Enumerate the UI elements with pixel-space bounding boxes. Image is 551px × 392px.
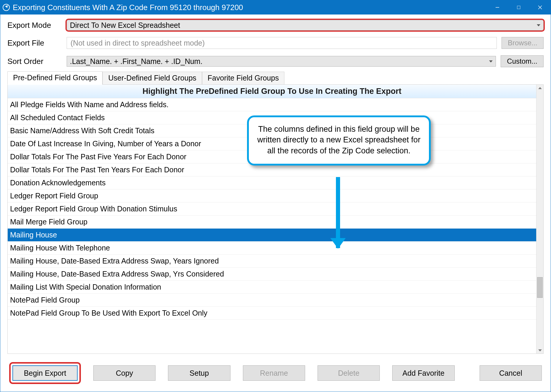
setup-button[interactable]: Setup — [168, 365, 230, 381]
export-file-placeholder: (Not used in direct to spreadsheet mode) — [71, 39, 205, 47]
add-favorite-button[interactable]: Add Favorite — [392, 365, 454, 381]
list-item[interactable]: Mailing List With Special Donation Infor… — [8, 281, 536, 294]
export-file-input[interactable]: (Not used in direct to spreadsheet mode) — [67, 37, 497, 49]
list-item[interactable]: Mailing House, Date-Based Extra Address … — [8, 268, 536, 281]
list-item[interactable]: Mailing House, Date-Based Extra Address … — [8, 255, 536, 268]
tabs-area: Pre-Defined Field Groups User-Defined Fi… — [7, 72, 544, 354]
list-item[interactable]: Mailing House With Telephone — [8, 242, 536, 255]
maximize-button[interactable] — [508, 0, 529, 15]
scroll-down-icon[interactable] — [536, 347, 543, 354]
tab-userdefined[interactable]: User-Defined Field Groups — [102, 72, 202, 85]
list-item[interactable]: NotePad Field Group To Be Used With Expo… — [8, 307, 536, 320]
list-item[interactable]: Donation Acknowledgements — [8, 176, 536, 189]
minimize-button[interactable] — [487, 0, 508, 15]
help-callout: The columns defined in this field group … — [247, 115, 431, 166]
window-title: Exporting Constituents With A Zip Code F… — [13, 3, 243, 12]
delete-button[interactable]: Delete — [318, 365, 380, 381]
tab-favorite[interactable]: Favorite Field Groups — [202, 72, 284, 85]
begin-export-button[interactable]: Begin Export — [12, 365, 78, 381]
tab-predefined[interactable]: Pre-Defined Field Groups — [7, 71, 102, 85]
browse-button[interactable]: Browse... — [502, 37, 544, 49]
list-item[interactable]: Ledger Report Field Group With Donation … — [8, 203, 536, 216]
begin-export-highlight: Begin Export — [9, 362, 81, 384]
tabstrip: Pre-Defined Field Groups User-Defined Fi… — [7, 72, 544, 84]
titlebar: Exporting Constituents With A Zip Code F… — [0, 0, 551, 15]
sort-order-value: .Last_Name. + .First_Name. + .ID_Num. — [70, 57, 202, 66]
scroll-up-icon[interactable] — [536, 85, 543, 91]
sort-order-label: Sort Order — [7, 57, 67, 66]
list-item[interactable]: Mailing House — [8, 229, 536, 242]
scrollbar[interactable] — [536, 85, 543, 354]
list-item[interactable]: All Pledge Fields With Name and Address … — [8, 98, 536, 111]
callout-arrow-icon — [336, 177, 340, 248]
export-mode-combo[interactable]: Direct To New Excel Spreadsheet — [67, 20, 544, 30]
export-mode-value: Direct To New Excel Spreadsheet — [70, 21, 180, 30]
chevron-down-icon — [489, 60, 493, 62]
export-file-label: Export File — [7, 38, 67, 48]
close-button[interactable] — [529, 0, 551, 15]
list-item[interactable]: Ledger Report Field Group — [8, 189, 536, 203]
list-item[interactable]: Mail Merge Field Group — [8, 216, 536, 229]
copy-button[interactable]: Copy — [93, 365, 156, 381]
svg-rect-1 — [517, 6, 520, 9]
form-area: Export Mode Direct To New Excel Spreadsh… — [0, 15, 551, 72]
export-mode-label: Export Mode — [7, 21, 67, 30]
list-header: Highlight The PreDefined Field Group To … — [8, 85, 536, 98]
button-bar: Begin Export Copy Setup Rename Delete Ad… — [0, 354, 551, 392]
custom-button[interactable]: Custom... — [501, 55, 544, 67]
rename-button[interactable]: Rename — [243, 365, 305, 381]
list-item[interactable]: NotePad Field Group — [8, 294, 536, 307]
sort-order-combo[interactable]: .Last_Name. + .First_Name. + .ID_Num. — [67, 56, 496, 67]
tab-body: Highlight The PreDefined Field Group To … — [7, 84, 544, 354]
field-group-list-area: Highlight The PreDefined Field Group To … — [8, 85, 536, 354]
cancel-button[interactable]: Cancel — [480, 365, 542, 381]
app-icon — [3, 4, 10, 11]
chevron-down-icon — [537, 24, 540, 26]
scroll-thumb[interactable] — [537, 277, 543, 298]
